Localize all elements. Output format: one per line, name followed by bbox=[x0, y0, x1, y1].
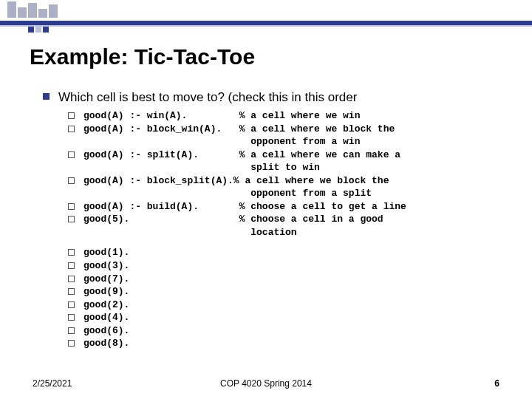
slide-footer: 2/25/2021 COP 4020 Spring 2014 6 bbox=[0, 378, 532, 389]
hollow-bullet-icon bbox=[68, 177, 75, 184]
slide-title: Example: Tic-Tac-Toe bbox=[30, 44, 502, 69]
hollow-bullet-icon bbox=[68, 327, 75, 334]
hollow-bullet-icon bbox=[68, 126, 75, 132]
code-row: good(5). % choose a cell in a good bbox=[68, 213, 502, 226]
square-bullet-icon bbox=[43, 93, 50, 100]
code-row: location bbox=[68, 226, 502, 239]
code-row: opponent from a split bbox=[68, 187, 502, 200]
code-text: good(8). bbox=[83, 337, 129, 350]
code-text: good(3). bbox=[83, 259, 129, 273]
hollow-bullet-icon bbox=[68, 288, 75, 295]
hollow-bullet-icon bbox=[68, 249, 75, 256]
code-row: good(A) :- split(A). % a cell where we c… bbox=[68, 149, 502, 162]
header-decoration bbox=[7, 0, 74, 18]
lead-text: Which cell is best to move to? (check th… bbox=[58, 90, 357, 105]
code-text: opponent from a win bbox=[83, 135, 360, 149]
code-text: good(9). bbox=[83, 285, 129, 299]
code-row: opponent from a win bbox=[68, 135, 502, 149]
code-row: split to win bbox=[68, 161, 502, 174]
code-row: good(1). bbox=[68, 246, 502, 259]
code-text: good(2). bbox=[83, 299, 129, 312]
code-text: opponent from a split bbox=[83, 187, 372, 200]
code-row: good(A) :- block_win(A). % a cell where … bbox=[68, 123, 502, 136]
code-text: good(A) :- win(A). % a cell where we win bbox=[83, 109, 360, 123]
code-text: split to win bbox=[83, 161, 320, 174]
header-rule-light bbox=[0, 25, 532, 27]
hollow-bullet-icon bbox=[68, 301, 75, 308]
code-row: good(8). bbox=[68, 337, 502, 350]
code-text: location bbox=[83, 226, 297, 239]
footer-course: COP 4020 Spring 2014 bbox=[220, 378, 312, 389]
code-text: good(A) :- block_split(A).% a cell where… bbox=[83, 174, 389, 188]
code-text: good(1). bbox=[83, 246, 129, 259]
code-row: good(2). bbox=[68, 299, 502, 312]
code-row: good(6). bbox=[68, 324, 502, 338]
hollow-bullet-icon bbox=[68, 340, 75, 347]
code-text: good(A) :- split(A). % a cell where we c… bbox=[83, 149, 400, 162]
hollow-bullet-icon bbox=[68, 276, 75, 282]
footer-page: 6 bbox=[494, 378, 499, 389]
code-text: good(4). bbox=[83, 311, 129, 324]
code-row: good(3). bbox=[68, 259, 502, 273]
code-text: good(6). bbox=[83, 324, 129, 338]
hollow-bullet-icon bbox=[68, 262, 75, 269]
code-text: good(7). bbox=[83, 273, 129, 286]
code-row: good(A) :- win(A). % a cell where we win bbox=[68, 109, 502, 123]
code-list: good(A) :- win(A). % a cell where we win… bbox=[68, 109, 502, 350]
hollow-bullet-icon bbox=[68, 314, 75, 321]
hollow-bullet-icon bbox=[68, 151, 75, 158]
footer-date: 2/25/2021 bbox=[33, 378, 72, 389]
code-text: good(5). % choose a cell in a good bbox=[83, 213, 383, 226]
hollow-bullet-icon bbox=[68, 203, 75, 210]
header-squares bbox=[28, 27, 49, 33]
code-row: good(9). bbox=[68, 285, 502, 299]
code-text: good(A) :- block_win(A). % a cell where … bbox=[83, 123, 395, 136]
code-row: good(4). bbox=[68, 311, 502, 324]
lead-row: Which cell is best to move to? (check th… bbox=[43, 90, 502, 105]
hollow-bullet-icon bbox=[68, 112, 75, 119]
code-row: good(7). bbox=[68, 273, 502, 286]
code-text: good(A) :- build(A). % choose a cell to … bbox=[83, 200, 406, 214]
code-row: good(A) :- build(A). % choose a cell to … bbox=[68, 200, 502, 214]
hollow-bullet-icon bbox=[68, 216, 75, 222]
code-row: good(A) :- block_split(A).% a cell where… bbox=[68, 174, 502, 188]
